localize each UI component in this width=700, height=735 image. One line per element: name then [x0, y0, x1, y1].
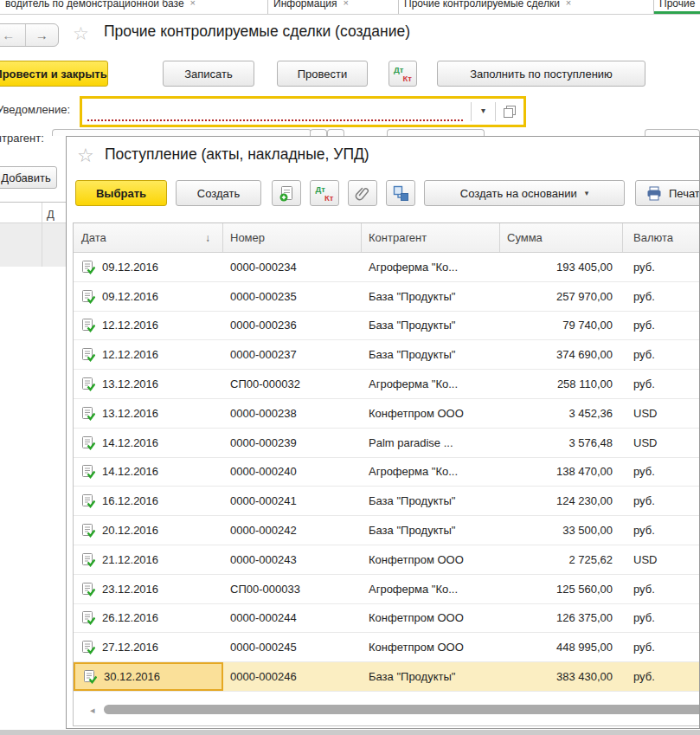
create-based-on-button[interactable]: Создать на основании ▾ [424, 180, 625, 206]
column-header-currency[interactable]: Валюта [623, 223, 700, 252]
post-button[interactable]: Провести [277, 61, 368, 87]
new-document-icon [279, 185, 294, 202]
receipts-table-body: 09.12.2016 0000-000234 Агроферма "Ко... … [74, 253, 700, 692]
cell-date: 14.12.2016 [102, 436, 158, 449]
cell-number: 0000-000243 [223, 545, 362, 574]
cell-currency: USD [623, 399, 700, 428]
cell-counterparty: База "Продукты" [362, 487, 500, 515]
table-row[interactable]: 14.12.2016 0000-000240 Агроферма "Ко... … [74, 458, 700, 487]
dt-kt-button[interactable]: Дт Кт [389, 61, 417, 87]
cell-currency: руб. [623, 312, 700, 340]
table-row[interactable]: 14.12.2016 0000-000239 Palm paradise ...… [74, 429, 700, 458]
favorite-star-icon[interactable]: ☆ [73, 24, 89, 42]
tab-close-icon[interactable]: × [190, 0, 196, 8]
cell-currency: руб. [623, 253, 700, 281]
cell-counterparty: Агроферма "Ко... [362, 575, 500, 603]
cell-number: 0000-000236 [223, 312, 362, 340]
save-button[interactable]: Записать [163, 61, 254, 87]
table-row[interactable]: 20.12.2016 0000-000242 База "Продукты" 3… [74, 516, 700, 545]
cell-date: 13.12.2016 [102, 407, 158, 420]
post-and-close-button[interactable]: Провести и закрыть [0, 61, 108, 87]
cell-counterparty: Агроферма "Ко... [362, 253, 500, 281]
posted-document-icon [81, 406, 95, 421]
table-row[interactable]: 09.12.2016 0000-000235 База "Продукты" 2… [74, 282, 700, 312]
tab-information[interactable]: Информация × [268, 0, 399, 14]
cell-sum: 138 470,00 [500, 458, 623, 487]
cell-currency: руб. [623, 575, 700, 603]
table-row[interactable]: 12.12.2016 0000-000237 База "Продукты" 3… [74, 340, 700, 370]
related-documents-button[interactable] [386, 180, 415, 206]
cell-number: 0000-000239 [223, 429, 362, 457]
cell-sum: 124 230,00 [500, 487, 623, 515]
table-row[interactable]: 30.12.2016 0000-000246 База "Продукты" 3… [74, 662, 700, 692]
open-form-icon[interactable] [504, 106, 516, 118]
dialog-dt-kt-button[interactable]: Дт Кт [310, 180, 339, 206]
forward-button[interactable]: → [25, 24, 59, 46]
counterparty-input-fragment[interactable] [52, 129, 311, 136]
window-bottom-strip [0, 730, 700, 735]
cell-counterparty: Конфетпром ООО [362, 633, 500, 661]
add-button[interactable]: Добавить [0, 166, 57, 189]
cell-number: 0000-000246 [223, 662, 362, 691]
fill-by-receipt-button[interactable]: Заполнить по поступлению [437, 61, 645, 87]
cell-currency: руб. [623, 340, 700, 369]
column-header-counterparty[interactable]: Контрагент [362, 223, 500, 252]
field-separator [471, 102, 472, 121]
chevron-down-icon[interactable]: ▾ [481, 106, 485, 115]
print-button[interactable]: Печать [635, 180, 700, 206]
posted-document-icon [81, 347, 95, 362]
table-row[interactable]: 21.12.2016 0000-000243 Конфетпром ООО 2 … [74, 545, 700, 575]
cell-number: 0000-000235 [223, 282, 362, 311]
cell-currency: руб. [623, 516, 700, 545]
tab-label: Прочие [659, 0, 695, 10]
scrollbar-thumb[interactable] [104, 705, 700, 714]
column-header-number[interactable]: Номер [223, 223, 362, 252]
cell-number: 0000-000234 [223, 253, 362, 281]
tab-controlled-deals[interactable]: Прочие контролируемые сделки × [399, 0, 654, 14]
active-tab-indicator [654, 11, 700, 14]
posted-document-icon [81, 552, 95, 567]
cell-currency: руб. [623, 458, 700, 487]
tab-close-icon[interactable]: × [566, 0, 571, 8]
tab-controlled-deal-new-active[interactable]: Прочие [654, 0, 700, 14]
posted-document-icon [81, 318, 95, 332]
attachments-button[interactable] [348, 180, 377, 206]
cell-sum: 193 405,00 [500, 253, 623, 281]
table-row[interactable]: 13.12.2016 0000-000238 Конфетпром ООО 3 … [74, 399, 700, 429]
dt-kt-icon: Дт Кт [394, 65, 412, 83]
background-column-header: Д [47, 208, 55, 221]
document-structure-icon [393, 185, 409, 202]
cell-number: 0000-000241 [223, 487, 362, 515]
column-header-date[interactable]: Дата ↓ [74, 223, 223, 252]
cell-date: 09.12.2016 [102, 261, 158, 274]
dialog-favorite-star-icon[interactable]: ☆ [77, 146, 94, 165]
receipts-table: Дата ↓ Номер Контрагент Сумма Валюта 09.… [73, 222, 700, 726]
hidden-control-fragment [645, 129, 700, 136]
table-row[interactable]: 16.12.2016 0000-000241 База "Продукты" 1… [74, 487, 700, 516]
cell-counterparty: Конфетпром ООО [362, 399, 500, 428]
cell-sum: 3 576,48 [500, 429, 623, 457]
table-row[interactable]: 13.12.2016 СП00-000032 Агроферма "Ко... … [74, 370, 700, 399]
cell-sum: 374 690,00 [500, 340, 623, 369]
create-button[interactable]: Создать [176, 180, 261, 206]
table-row[interactable]: 23.12.2016 СП00-000033 Агроферма "Ко... … [74, 575, 700, 604]
tab-label: Информация [273, 0, 337, 10]
table-row[interactable]: 09.12.2016 0000-000234 Агроферма "Ко... … [74, 253, 700, 282]
tab-demo-guide[interactable]: водитель по демонстрационной базе × [0, 0, 268, 14]
select-button[interactable]: Выбрать [75, 180, 167, 206]
scroll-left-icon[interactable]: ◂ [90, 705, 95, 716]
table-row[interactable]: 27.12.2016 0000-000245 Конфетпром ООО 44… [74, 633, 700, 662]
table-row[interactable]: 12.12.2016 0000-000236 База "Продукты" 7… [74, 312, 700, 341]
dialog-title: Поступление (акты, накладные, УПД) [105, 145, 369, 164]
cell-counterparty: Агроферма "Ко... [362, 370, 500, 398]
cell-date: 16.12.2016 [102, 494, 158, 507]
tab-close-icon[interactable]: × [343, 0, 348, 8]
back-button[interactable]: ← [0, 24, 25, 46]
notification-input[interactable]: ▾ [80, 96, 526, 127]
new-document-button[interactable] [272, 180, 301, 206]
field-separator [495, 102, 496, 121]
cell-currency: руб. [623, 282, 700, 311]
page-title: Прочие контролируемые сделки (создание) [104, 23, 410, 41]
column-header-sum[interactable]: Сумма [500, 223, 623, 252]
table-row[interactable]: 26.12.2016 0000-000244 Конфетпром ООО 12… [74, 604, 700, 634]
